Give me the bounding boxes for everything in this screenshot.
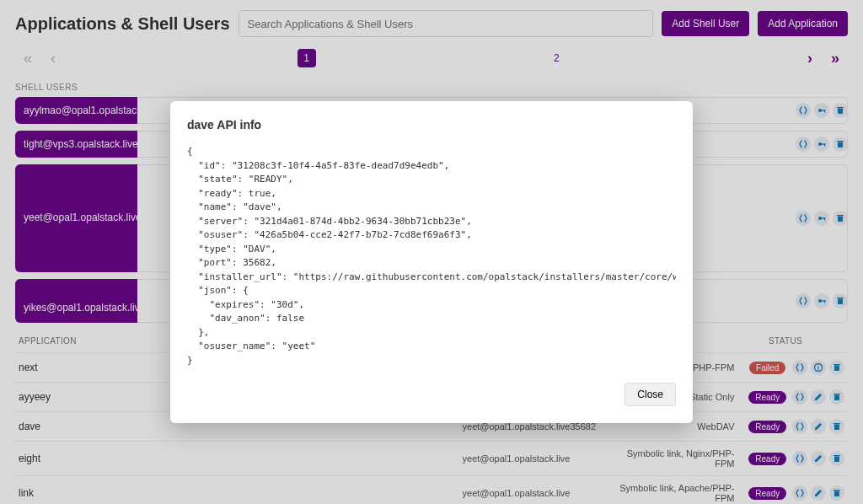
modal-json-body: { "id": "31208c3f-10f4-4a5f-83fe-dead7d9… xyxy=(187,145,676,367)
close-button[interactable]: Close xyxy=(624,383,676,406)
api-info-modal: dave API info { "id": "31208c3f-10f4-4a5… xyxy=(170,101,693,423)
modal-overlay: dave API info { "id": "31208c3f-10f4-4a5… xyxy=(0,0,863,504)
modal-title: dave API info xyxy=(187,118,676,131)
